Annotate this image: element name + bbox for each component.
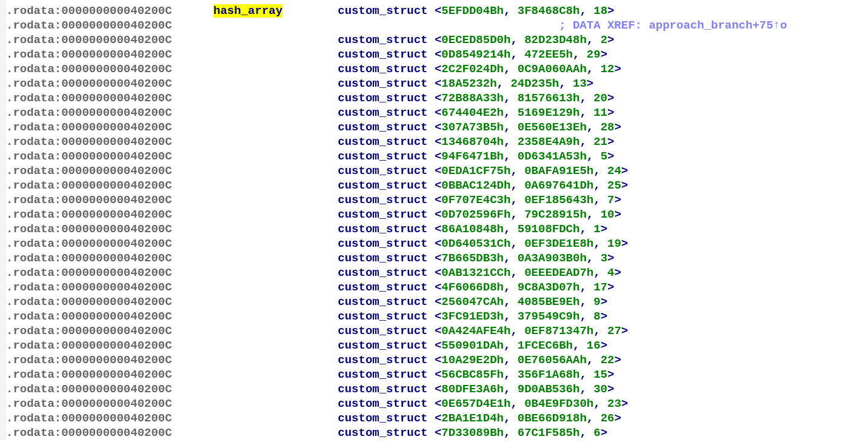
gutter <box>0 207 6 222</box>
struct-field-a: 0AB1321CCh <box>441 266 510 279</box>
struct-field-c: 27 <box>607 324 621 338</box>
struct-field-c: 15 <box>593 368 607 381</box>
struct-type: custom_struct <box>338 92 435 105</box>
struct-field-c: 9 <box>593 295 600 309</box>
struct-field-b: 24D235h <box>510 77 559 90</box>
disasm-line[interactable]: .rodata:000000000040200C custom_struct <… <box>0 207 868 222</box>
struct-type: custom_struct <box>338 77 435 90</box>
struct-field-b: 0E560E13Eh <box>518 121 587 134</box>
address: .rodata:000000000040200C <box>6 353 179 367</box>
struct-field-b: 82D23D48h <box>524 33 587 47</box>
struct-field-b: 4085BE9Eh <box>518 295 580 309</box>
struct-type: custom_struct <box>338 150 435 163</box>
struct-field-a: 7D33089Bh <box>441 426 504 440</box>
gutter <box>0 426 6 440</box>
struct-field-a: 0ECED85D0h <box>441 33 510 47</box>
disasm-line[interactable]: .rodata:000000000040200C custom_struct <… <box>0 91 868 105</box>
disasm-line[interactable]: .rodata:000000000040200C custom_struct <… <box>0 426 868 440</box>
struct-field-c: 22 <box>601 353 615 367</box>
struct-field-a: 7B665DB3h <box>441 252 504 265</box>
address: .rodata:000000000040200C <box>6 426 179 440</box>
disasm-line[interactable]: .rodata:000000000040200C custom_struct <… <box>0 135 868 149</box>
struct-type: custom_struct <box>338 62 435 76</box>
disasm-line[interactable]: .rodata:000000000040200C custom_struct <… <box>0 47 868 62</box>
disasm-line[interactable]: .rodata:000000000040200C custom_struct <… <box>0 105 868 120</box>
disasm-line[interactable]: .rodata:000000000040200C custom_struct <… <box>0 149 868 164</box>
struct-field-c: 17 <box>593 281 607 294</box>
disasm-line[interactable]: .rodata:000000000040200C custom_struct <… <box>0 309 868 324</box>
struct-field-a: 0F707E4C3h <box>441 193 510 207</box>
disasm-line[interactable]: .rodata:000000000040200C custom_struct <… <box>0 266 868 280</box>
address: .rodata:000000000040200C <box>6 295 179 309</box>
gutter <box>0 266 6 280</box>
struct-field-b: 356F1A68h <box>518 368 580 381</box>
disasm-line[interactable]: .rodata:000000000040200C custom_struct <… <box>0 382 868 396</box>
disassembly-listing[interactable]: .rodata:000000000040200D db 0 .rodata:00… <box>0 0 868 440</box>
gutter <box>0 91 6 105</box>
struct-field-a: 0D8549214h <box>441 48 510 61</box>
struct-field-a: 86A10848h <box>441 222 504 236</box>
struct-field-a: 2C2F024Dh <box>441 62 504 76</box>
struct-field-b: 0EEEDEAD7h <box>524 266 593 279</box>
struct-field-b: 2358E4A9h <box>518 135 580 149</box>
struct-field-a: 13468704h <box>441 135 504 149</box>
gutter <box>0 178 6 193</box>
struct-field-a: 10A29E2Dh <box>441 353 504 367</box>
gutter <box>0 411 6 426</box>
disasm-line[interactable]: .rodata:000000000040200C custom_struct <… <box>0 33 868 47</box>
disasm-line[interactable]: .rodata:000000000040200C custom_struct <… <box>0 367 868 382</box>
disasm-line[interactable]: .rodata:000000000040200C custom_struct <… <box>0 338 868 353</box>
disasm-line[interactable]: .rodata:000000000040200C custom_struct <… <box>0 324 868 338</box>
gutter <box>0 338 6 353</box>
symbol-label[interactable]: hash_array <box>213 4 282 18</box>
disasm-line[interactable]: .rodata:000000000040200C custom_struct <… <box>0 120 868 135</box>
disasm-line[interactable]: .rodata:000000000040200C custom_struct <… <box>0 236 868 251</box>
disasm-line[interactable]: .rodata:000000000040200C custom_struct <… <box>0 222 868 236</box>
struct-field-c: 8 <box>593 310 600 323</box>
gutter <box>0 0 6 4</box>
struct-field-b: 0EF3DE1E8h <box>524 237 593 250</box>
disasm-line[interactable]: .rodata:000000000040200C custom_struct <… <box>0 411 868 426</box>
disasm-line[interactable]: .rodata:000000000040200C custom_struct <… <box>0 62 868 76</box>
disasm-line[interactable]: .rodata:000000000040200C custom_struct <… <box>0 164 868 178</box>
disasm-line[interactable]: .rodata:000000000040200C custom_struct <… <box>0 193 868 207</box>
disasm-line[interactable]: .rodata:000000000040200C custom_struct <… <box>0 178 868 193</box>
struct-field-c: 19 <box>607 237 621 250</box>
struct-field-c: 29 <box>587 48 601 61</box>
address: .rodata:000000000040200C <box>6 266 179 279</box>
disasm-line[interactable]: .rodata:000000000040200C custom_struct <… <box>0 295 868 309</box>
disasm-line[interactable]: .rodata:000000000040200C hash_array cust… <box>0 4 868 18</box>
struct-field-b: 0A697641Dh <box>524 179 593 192</box>
struct-field-a: 0BBAC124Dh <box>441 179 510 192</box>
struct-type: custom_struct <box>338 368 435 381</box>
struct-field-b: 9D0AB536h <box>518 383 580 396</box>
disasm-line[interactable]: .rodata:000000000040200C custom_struct <… <box>0 396 868 411</box>
struct-field-a: 80DFE3A6h <box>441 383 504 396</box>
struct-type: custom_struct <box>338 193 435 207</box>
struct-type: custom_struct <box>338 353 435 367</box>
disasm-line[interactable]: .rodata:000000000040200C custom_struct <… <box>0 353 868 367</box>
struct-field-b: 79C28915h <box>524 208 587 221</box>
struct-field-c: 3 <box>601 252 607 265</box>
disasm-line[interactable]: .rodata:000000000040200C ; DATA XREF: ap… <box>0 18 868 33</box>
struct-type: custom_struct <box>338 208 435 221</box>
struct-field-a: 18A5232h <box>441 77 496 90</box>
struct-type: custom_struct <box>338 383 435 396</box>
mnemonic: db <box>338 0 352 3</box>
struct-type: custom_struct <box>338 324 435 338</box>
struct-field-a: 72B88A33h <box>441 92 504 105</box>
struct-field-b: 0B4E9FD30h <box>524 397 593 410</box>
disasm-line[interactable]: .rodata:000000000040200C custom_struct <… <box>0 251 868 266</box>
address: .rodata:000000000040200C <box>6 339 179 352</box>
gutter <box>0 353 6 367</box>
disasm-line[interactable]: .rodata:000000000040200C custom_struct <… <box>0 280 868 295</box>
struct-type: custom_struct <box>338 164 435 178</box>
struct-type: custom_struct <box>338 426 435 440</box>
struct-field-b: 0EF871347h <box>524 324 593 338</box>
gutter <box>0 47 6 62</box>
disasm-line[interactable]: .rodata:000000000040200C custom_struct <… <box>0 76 868 91</box>
xref-comment[interactable]: ; DATA XREF: approach_branch+75↑o <box>559 19 787 32</box>
address: .rodata:000000000040200C <box>6 62 179 76</box>
gutter <box>0 120 6 135</box>
gutter <box>0 18 6 33</box>
